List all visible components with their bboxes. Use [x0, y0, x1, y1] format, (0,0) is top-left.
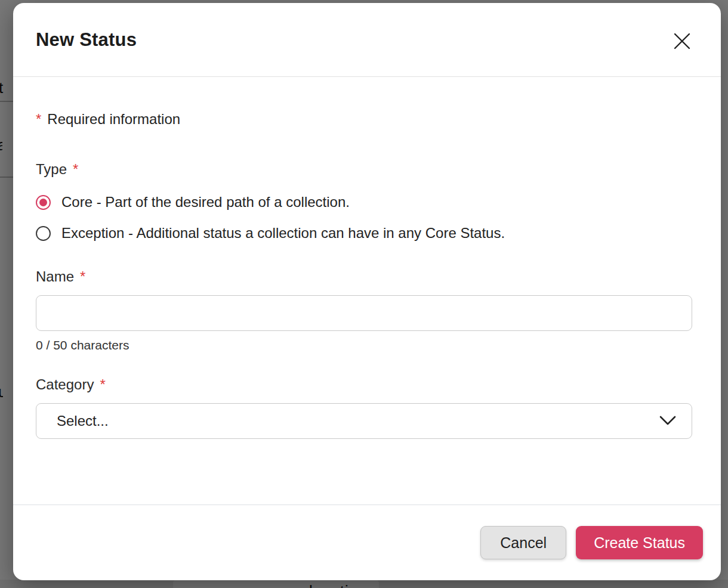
close-icon	[673, 32, 691, 52]
name-label-text: Name	[36, 268, 74, 285]
radio-option-label: Exception - Additional status a collecti…	[61, 225, 505, 242]
modal-title: New Status	[36, 29, 137, 51]
character-counter: 0 / 50 characters	[36, 338, 692, 352]
required-note-text: Required information	[47, 111, 180, 128]
type-label-text: Type	[36, 161, 67, 178]
modal-header: New Status	[13, 3, 721, 77]
radio-selected-icon[interactable]	[36, 195, 51, 210]
type-radio-group: Core - Part of the desired path of a col…	[36, 193, 692, 242]
required-asterisk: *	[73, 161, 78, 178]
category-select-value: Select...	[57, 413, 109, 429]
category-field-label: Category *	[36, 376, 692, 393]
category-label-text: Category	[36, 376, 94, 393]
radio-option-label: Core - Part of the desired path of a col…	[61, 194, 350, 211]
radio-option-core[interactable]: Core - Part of the desired path of a col…	[36, 193, 692, 211]
chevron-down-icon	[659, 413, 676, 429]
new-status-modal: New Status * Required information Type *…	[13, 3, 721, 580]
name-field-label: Name *	[36, 268, 692, 285]
required-asterisk: *	[36, 111, 41, 128]
required-asterisk: *	[80, 268, 85, 285]
name-input[interactable]	[36, 295, 692, 331]
type-field-label: Type *	[36, 161, 692, 178]
cancel-button[interactable]: Cancel	[480, 526, 566, 559]
radio-option-exception[interactable]: Exception - Additional status a collecti…	[36, 224, 692, 242]
modal-footer: Cancel Create Status	[13, 505, 721, 580]
modal-body: * Required information Type * Core - Par…	[13, 77, 721, 505]
required-information-note: * Required information	[36, 111, 692, 128]
radio-unselected-icon[interactable]	[36, 226, 51, 241]
close-button[interactable]	[670, 29, 695, 54]
category-select[interactable]: Select...	[36, 403, 692, 439]
required-asterisk: *	[100, 376, 105, 393]
create-status-button[interactable]: Create Status	[576, 526, 703, 559]
